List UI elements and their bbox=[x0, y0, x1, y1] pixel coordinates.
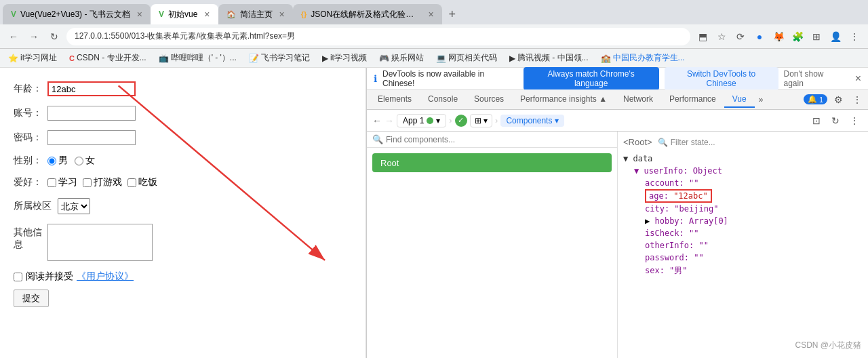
gender-female-label[interactable]: 女 bbox=[75, 155, 95, 167]
tab-favicon: V bbox=[159, 9, 164, 19]
app-dropdown-icon: ▾ bbox=[436, 116, 440, 125]
submit-button[interactable]: 提交 bbox=[14, 290, 49, 307]
bookmark-video[interactable]: ▶it学习视频 bbox=[319, 51, 370, 65]
dont-show-again-button[interactable]: Don't show again bbox=[784, 69, 846, 88]
tab-sources[interactable]: Sources bbox=[466, 92, 512, 108]
tab-vue-docs[interactable]: V Vue(Vue2+Vue3) - 飞书云文档 × bbox=[3, 4, 151, 24]
bookmark-study[interactable]: ⭐it学习网址 bbox=[5, 51, 60, 65]
filter-state-bar: 🔍 Filter state... bbox=[658, 138, 715, 147]
hobby-study-label[interactable]: 学习 bbox=[47, 176, 77, 188]
tab-performance[interactable]: Performance bbox=[661, 92, 724, 108]
tab-vue[interactable]: Vue bbox=[724, 92, 755, 108]
other-info-row: 其他信息 bbox=[14, 224, 352, 261]
tab-elements[interactable]: Elements bbox=[370, 92, 420, 108]
extension-icon5[interactable]: ⊞ bbox=[808, 28, 825, 45]
account-row: 账号： bbox=[14, 106, 352, 121]
hobby-game-checkbox[interactable] bbox=[83, 178, 92, 187]
root-component[interactable]: Root bbox=[372, 153, 612, 172]
sex-field: sex: "男" bbox=[645, 264, 863, 278]
component-tree: Root bbox=[367, 148, 617, 358]
other-info-textarea[interactable] bbox=[47, 224, 153, 261]
campus-select[interactable]: 北京 上海 广州 深圳 bbox=[58, 198, 90, 214]
tab-more[interactable]: » bbox=[755, 92, 768, 107]
tab-close-icon[interactable]: × bbox=[137, 9, 142, 20]
tab-bar: V Vue(Vue2+Vue3) - 飞书云文档 × V 初始vue × 🏠 简… bbox=[0, 0, 868, 24]
data-section: ▼ data bbox=[623, 153, 863, 165]
forward-button[interactable]: → bbox=[26, 28, 42, 45]
tab-console[interactable]: Console bbox=[420, 92, 466, 108]
tab-label: 初始vue bbox=[168, 9, 197, 20]
bookmark-entertainment[interactable]: 🎮娱乐网站 bbox=[376, 51, 427, 65]
bookmark-code[interactable]: 💻网页相关代码 bbox=[433, 51, 500, 65]
password-input[interactable] bbox=[47, 130, 136, 145]
extension-icon4[interactable]: 🧩 bbox=[789, 28, 806, 45]
refresh-button[interactable]: ↻ bbox=[827, 113, 844, 129]
more-button[interactable]: ⋮ bbox=[846, 28, 863, 45]
grid-view-button[interactable]: ⊞ ▾ bbox=[470, 114, 492, 127]
hobby-expand[interactable]: ▶ bbox=[645, 216, 650, 226]
hobby-food-checkbox[interactable] bbox=[127, 178, 136, 187]
switch-language-button[interactable]: Switch DevTools to Chinese bbox=[665, 67, 778, 90]
bookmark-bilibili[interactable]: 📺哔哩哔哩（' - '）... bbox=[156, 51, 239, 65]
extension-icon2[interactable]: ● bbox=[751, 28, 768, 45]
reload-button[interactable]: ↻ bbox=[46, 28, 62, 45]
tab-initial-vue[interactable]: V 初始vue × bbox=[151, 4, 218, 24]
tab-close-icon[interactable]: × bbox=[429, 9, 434, 20]
bookmark-feishu[interactable]: 📝飞书学习笔记 bbox=[246, 51, 313, 65]
cast-icon[interactable]: ⬒ bbox=[694, 28, 711, 45]
age-key: age: bbox=[649, 191, 673, 201]
password-label: 密码： bbox=[14, 132, 47, 144]
notification-icon: ℹ bbox=[374, 73, 377, 84]
gender-male-radio[interactable] bbox=[47, 157, 56, 165]
extension-icon1[interactable]: ⟳ bbox=[732, 28, 749, 45]
more-options-button[interactable]: ⋮ bbox=[846, 113, 863, 129]
hobby-label: 爱好： bbox=[14, 176, 47, 188]
watermark: CSDN @小花皮猪 bbox=[795, 340, 861, 351]
component-tree-panel: 🔍 Root bbox=[367, 132, 618, 358]
notification-close-button[interactable]: × bbox=[855, 73, 861, 85]
devtools-body: 🔍 Root <Root> 🔍 Filter state... bbox=[367, 132, 868, 358]
agreement-checkbox[interactable] bbox=[14, 273, 22, 281]
hobby-food-label[interactable]: 吃饭 bbox=[127, 176, 157, 188]
gender-female-radio[interactable] bbox=[75, 157, 83, 165]
back-button[interactable]: ← bbox=[5, 28, 22, 45]
match-language-button[interactable]: Always match Chrome's language bbox=[524, 67, 659, 90]
account-field: account: "" bbox=[645, 177, 863, 189]
forward-nav-icon[interactable]: → bbox=[384, 115, 394, 126]
user-info-section: ▼ userInfo: Object bbox=[634, 165, 863, 177]
tab-simple-home[interactable]: 🏠 简洁主页 × bbox=[218, 4, 293, 24]
hobby-study-checkbox[interactable] bbox=[47, 178, 56, 187]
dt-more-button[interactable]: ⋮ bbox=[849, 92, 865, 108]
agreement-link[interactable]: 《用户协议》 bbox=[77, 271, 134, 283]
age-field[interactable]: age: "12abc" bbox=[645, 189, 712, 203]
profile-icon[interactable]: 👤 bbox=[827, 28, 844, 45]
inspect-element-button[interactable]: ⊡ bbox=[808, 113, 825, 129]
ischeck-value: isCheck: "" bbox=[645, 228, 698, 238]
main-content: 年龄： 账号： 密码： 性别： 男 bbox=[0, 68, 868, 358]
bookmark-tencent[interactable]: ▶腾讯视频 - 中国领... bbox=[507, 51, 591, 65]
bookmark-icon[interactable]: ☆ bbox=[713, 28, 730, 45]
tab-close-icon[interactable]: × bbox=[204, 9, 210, 20]
tab-close-icon[interactable]: × bbox=[279, 9, 285, 20]
components-button[interactable]: Components ▾ bbox=[500, 115, 564, 127]
password-value: password: "" bbox=[645, 253, 704, 262]
hobby-row: 爱好： 学习 打游戏 吃饭 bbox=[14, 176, 352, 188]
app-badge[interactable]: App 1 ▾ bbox=[397, 114, 446, 127]
tab-performance-insights[interactable]: Performance insights ▲ bbox=[512, 92, 615, 108]
bookmark-csdn[interactable]: CCSDN - 专业开发... bbox=[66, 51, 149, 65]
address-input[interactable] bbox=[66, 28, 690, 45]
data-label: ▼ data bbox=[623, 154, 652, 163]
extension-icon3[interactable]: 🦊 bbox=[770, 28, 787, 45]
tab-network[interactable]: Network bbox=[615, 92, 661, 108]
account-input[interactable] bbox=[47, 106, 136, 121]
back-nav-icon[interactable]: ← bbox=[372, 115, 382, 126]
dt-settings-button[interactable]: ⚙ bbox=[830, 92, 846, 108]
bookmarks-bar: ⭐it学习网址 CCSDN - 专业开发... 📺哔哩哔哩（' - '）... … bbox=[0, 49, 868, 68]
component-search-input[interactable] bbox=[386, 135, 612, 144]
tab-json[interactable]: {} JSON在线解析及格式化验证 - JS... × bbox=[293, 4, 442, 24]
new-tab-button[interactable]: + bbox=[442, 4, 462, 24]
hobby-game-label[interactable]: 打游戏 bbox=[83, 176, 122, 188]
bookmark-edu[interactable]: 🏫中国民办教育学生... bbox=[598, 51, 688, 65]
age-input[interactable] bbox=[47, 81, 136, 96]
gender-male-label[interactable]: 男 bbox=[47, 155, 68, 167]
